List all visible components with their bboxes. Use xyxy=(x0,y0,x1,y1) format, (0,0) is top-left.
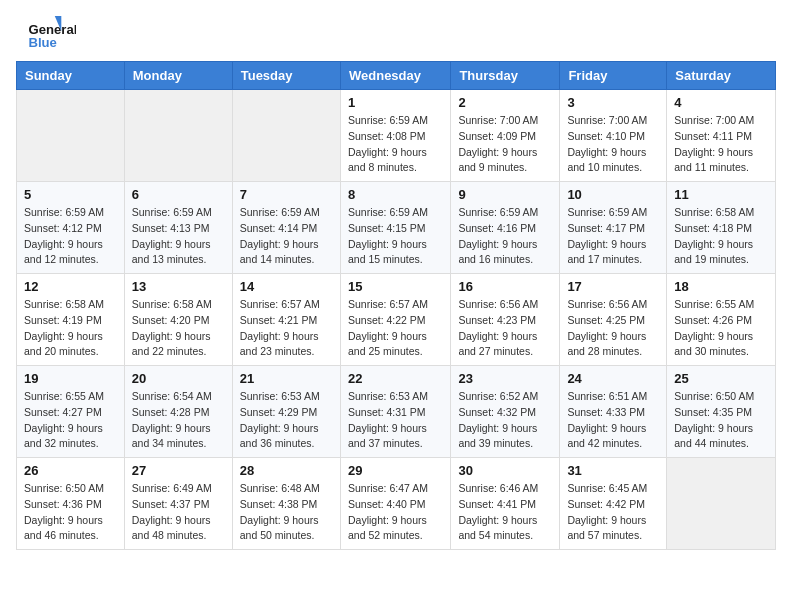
day-info: Sunrise: 6:48 AMSunset: 4:38 PMDaylight:… xyxy=(240,481,333,544)
day-cell: 13Sunrise: 6:58 AMSunset: 4:20 PMDayligh… xyxy=(124,274,232,366)
day-info: Sunrise: 6:53 AMSunset: 4:29 PMDaylight:… xyxy=(240,389,333,452)
day-cell: 7Sunrise: 6:59 AMSunset: 4:14 PMDaylight… xyxy=(232,182,340,274)
day-number: 14 xyxy=(240,279,333,294)
day-info: Sunrise: 6:46 AMSunset: 4:41 PMDaylight:… xyxy=(458,481,552,544)
day-info: Sunrise: 6:59 AMSunset: 4:08 PMDaylight:… xyxy=(348,113,443,176)
day-number: 31 xyxy=(567,463,659,478)
day-number: 29 xyxy=(348,463,443,478)
day-number: 21 xyxy=(240,371,333,386)
day-info: Sunrise: 6:52 AMSunset: 4:32 PMDaylight:… xyxy=(458,389,552,452)
week-row-4: 19Sunrise: 6:55 AMSunset: 4:27 PMDayligh… xyxy=(17,366,776,458)
day-cell: 21Sunrise: 6:53 AMSunset: 4:29 PMDayligh… xyxy=(232,366,340,458)
day-number: 11 xyxy=(674,187,768,202)
day-info: Sunrise: 6:59 AMSunset: 4:12 PMDaylight:… xyxy=(24,205,117,268)
day-number: 24 xyxy=(567,371,659,386)
day-info: Sunrise: 6:45 AMSunset: 4:42 PMDaylight:… xyxy=(567,481,659,544)
day-cell: 1Sunrise: 6:59 AMSunset: 4:08 PMDaylight… xyxy=(340,90,450,182)
week-row-3: 12Sunrise: 6:58 AMSunset: 4:19 PMDayligh… xyxy=(17,274,776,366)
day-cell: 4Sunrise: 7:00 AMSunset: 4:11 PMDaylight… xyxy=(667,90,776,182)
day-info: Sunrise: 6:47 AMSunset: 4:40 PMDaylight:… xyxy=(348,481,443,544)
day-cell: 5Sunrise: 6:59 AMSunset: 4:12 PMDaylight… xyxy=(17,182,125,274)
day-number: 12 xyxy=(24,279,117,294)
day-cell xyxy=(17,90,125,182)
weekday-header-row: SundayMondayTuesdayWednesdayThursdayFrid… xyxy=(17,62,776,90)
day-info: Sunrise: 6:59 AMSunset: 4:17 PMDaylight:… xyxy=(567,205,659,268)
day-cell: 10Sunrise: 6:59 AMSunset: 4:17 PMDayligh… xyxy=(560,182,667,274)
day-info: Sunrise: 6:53 AMSunset: 4:31 PMDaylight:… xyxy=(348,389,443,452)
weekday-header-tuesday: Tuesday xyxy=(232,62,340,90)
day-cell: 28Sunrise: 6:48 AMSunset: 4:38 PMDayligh… xyxy=(232,458,340,550)
weekday-header-thursday: Thursday xyxy=(451,62,560,90)
day-cell: 11Sunrise: 6:58 AMSunset: 4:18 PMDayligh… xyxy=(667,182,776,274)
day-cell xyxy=(232,90,340,182)
day-cell: 14Sunrise: 6:57 AMSunset: 4:21 PMDayligh… xyxy=(232,274,340,366)
day-number: 6 xyxy=(132,187,225,202)
weekday-header-monday: Monday xyxy=(124,62,232,90)
weekday-header-friday: Friday xyxy=(560,62,667,90)
day-info: Sunrise: 6:59 AMSunset: 4:13 PMDaylight:… xyxy=(132,205,225,268)
day-info: Sunrise: 6:50 AMSunset: 4:35 PMDaylight:… xyxy=(674,389,768,452)
svg-text:Blue: Blue xyxy=(29,35,57,50)
day-info: Sunrise: 7:00 AMSunset: 4:10 PMDaylight:… xyxy=(567,113,659,176)
day-number: 27 xyxy=(132,463,225,478)
day-cell: 15Sunrise: 6:57 AMSunset: 4:22 PMDayligh… xyxy=(340,274,450,366)
day-number: 23 xyxy=(458,371,552,386)
day-cell: 17Sunrise: 6:56 AMSunset: 4:25 PMDayligh… xyxy=(560,274,667,366)
calendar: SundayMondayTuesdayWednesdayThursdayFrid… xyxy=(16,61,776,550)
logo-icon: GeneralBlue xyxy=(16,16,76,51)
day-number: 7 xyxy=(240,187,333,202)
day-number: 15 xyxy=(348,279,443,294)
day-cell: 12Sunrise: 6:58 AMSunset: 4:19 PMDayligh… xyxy=(17,274,125,366)
day-cell: 26Sunrise: 6:50 AMSunset: 4:36 PMDayligh… xyxy=(17,458,125,550)
day-info: Sunrise: 6:50 AMSunset: 4:36 PMDaylight:… xyxy=(24,481,117,544)
day-info: Sunrise: 6:49 AMSunset: 4:37 PMDaylight:… xyxy=(132,481,225,544)
day-info: Sunrise: 6:56 AMSunset: 4:23 PMDaylight:… xyxy=(458,297,552,360)
day-info: Sunrise: 6:57 AMSunset: 4:22 PMDaylight:… xyxy=(348,297,443,360)
day-cell: 19Sunrise: 6:55 AMSunset: 4:27 PMDayligh… xyxy=(17,366,125,458)
day-info: Sunrise: 6:54 AMSunset: 4:28 PMDaylight:… xyxy=(132,389,225,452)
day-cell: 25Sunrise: 6:50 AMSunset: 4:35 PMDayligh… xyxy=(667,366,776,458)
day-info: Sunrise: 6:58 AMSunset: 4:20 PMDaylight:… xyxy=(132,297,225,360)
day-info: Sunrise: 6:55 AMSunset: 4:26 PMDaylight:… xyxy=(674,297,768,360)
day-info: Sunrise: 7:00 AMSunset: 4:11 PMDaylight:… xyxy=(674,113,768,176)
day-number: 3 xyxy=(567,95,659,110)
day-info: Sunrise: 6:55 AMSunset: 4:27 PMDaylight:… xyxy=(24,389,117,452)
day-number: 30 xyxy=(458,463,552,478)
day-info: Sunrise: 6:58 AMSunset: 4:18 PMDaylight:… xyxy=(674,205,768,268)
header: GeneralBlue xyxy=(16,16,776,51)
day-cell: 22Sunrise: 6:53 AMSunset: 4:31 PMDayligh… xyxy=(340,366,450,458)
day-cell: 8Sunrise: 6:59 AMSunset: 4:15 PMDaylight… xyxy=(340,182,450,274)
day-cell xyxy=(124,90,232,182)
day-info: Sunrise: 7:00 AMSunset: 4:09 PMDaylight:… xyxy=(458,113,552,176)
day-info: Sunrise: 6:59 AMSunset: 4:14 PMDaylight:… xyxy=(240,205,333,268)
day-cell: 29Sunrise: 6:47 AMSunset: 4:40 PMDayligh… xyxy=(340,458,450,550)
week-row-2: 5Sunrise: 6:59 AMSunset: 4:12 PMDaylight… xyxy=(17,182,776,274)
day-cell: 16Sunrise: 6:56 AMSunset: 4:23 PMDayligh… xyxy=(451,274,560,366)
week-row-5: 26Sunrise: 6:50 AMSunset: 4:36 PMDayligh… xyxy=(17,458,776,550)
day-cell: 9Sunrise: 6:59 AMSunset: 4:16 PMDaylight… xyxy=(451,182,560,274)
day-number: 1 xyxy=(348,95,443,110)
day-info: Sunrise: 6:51 AMSunset: 4:33 PMDaylight:… xyxy=(567,389,659,452)
day-cell: 31Sunrise: 6:45 AMSunset: 4:42 PMDayligh… xyxy=(560,458,667,550)
weekday-header-saturday: Saturday xyxy=(667,62,776,90)
day-number: 5 xyxy=(24,187,117,202)
logo: GeneralBlue xyxy=(16,16,76,51)
day-number: 28 xyxy=(240,463,333,478)
day-number: 13 xyxy=(132,279,225,294)
week-row-1: 1Sunrise: 6:59 AMSunset: 4:08 PMDaylight… xyxy=(17,90,776,182)
day-info: Sunrise: 6:59 AMSunset: 4:15 PMDaylight:… xyxy=(348,205,443,268)
day-number: 17 xyxy=(567,279,659,294)
weekday-header-wednesday: Wednesday xyxy=(340,62,450,90)
day-cell: 27Sunrise: 6:49 AMSunset: 4:37 PMDayligh… xyxy=(124,458,232,550)
day-cell: 20Sunrise: 6:54 AMSunset: 4:28 PMDayligh… xyxy=(124,366,232,458)
day-cell xyxy=(667,458,776,550)
day-number: 9 xyxy=(458,187,552,202)
day-cell: 3Sunrise: 7:00 AMSunset: 4:10 PMDaylight… xyxy=(560,90,667,182)
day-number: 18 xyxy=(674,279,768,294)
day-info: Sunrise: 6:56 AMSunset: 4:25 PMDaylight:… xyxy=(567,297,659,360)
day-cell: 18Sunrise: 6:55 AMSunset: 4:26 PMDayligh… xyxy=(667,274,776,366)
day-number: 8 xyxy=(348,187,443,202)
day-number: 19 xyxy=(24,371,117,386)
day-cell: 30Sunrise: 6:46 AMSunset: 4:41 PMDayligh… xyxy=(451,458,560,550)
day-number: 20 xyxy=(132,371,225,386)
